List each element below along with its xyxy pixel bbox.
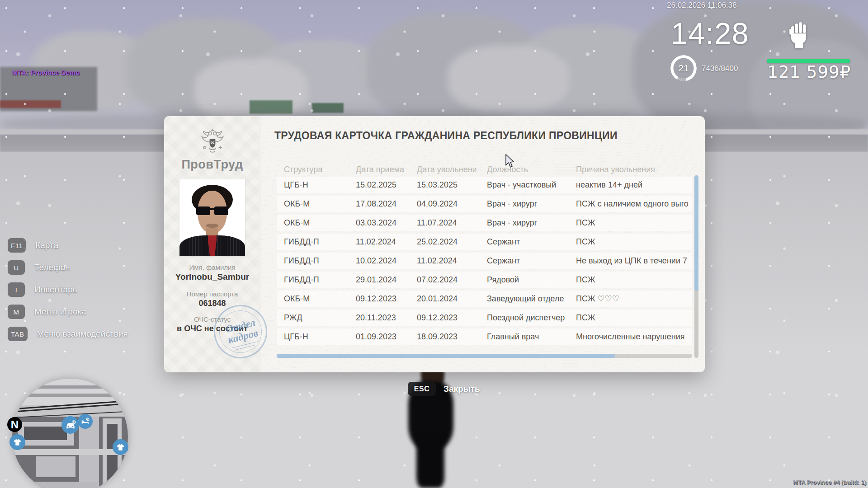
tree-blob (448, 45, 570, 113)
sunglasses (196, 206, 228, 216)
citizen-photo (179, 179, 245, 256)
stamp-line (236, 345, 256, 350)
background-structure (312, 103, 344, 113)
cell-fire-date: 15.03.2025 (417, 177, 487, 193)
keybind-row: M Меню игрока (8, 305, 128, 319)
cell-fire-date: 18.09.2023 (417, 328, 487, 345)
eagle-emblem-icon (199, 128, 226, 157)
esc-key-badge: ESC (408, 382, 436, 396)
player-legs (416, 435, 444, 488)
cell-hire-date: 09.12.2023 (356, 291, 417, 307)
map-road (12, 449, 128, 455)
cell-structure: ЦГБ-Н (284, 328, 356, 345)
name-label: Имя, фамилия (164, 263, 260, 271)
key-badge: U (8, 260, 25, 275)
cell-position: Сержант (487, 253, 576, 269)
table-row: ОКБ-М 03.03.2024 11.07.2024 Врач - хирур… (277, 215, 692, 231)
cell-hire-date: 01.09.2023 (356, 328, 417, 345)
cell-position: Заведующий отделе (487, 291, 576, 307)
cell-position: Врач - хирург (487, 215, 576, 231)
level-value: 21 (670, 55, 697, 81)
cell-hire-date: 20.11.2023 (356, 310, 417, 326)
passport-label: Номер паспорта (164, 290, 260, 298)
cell-fire-reason: ПСЖ ♡♡♡ (576, 291, 692, 307)
cell-hire-date: 17.08.2024 (356, 196, 417, 212)
citizen-card: ПровТруд Имя, фамилия Yorinobu_Sambur Но… (164, 116, 260, 372)
clothes-shop-icon (113, 439, 128, 455)
labor-card-panel: ПровТруд Имя, фамилия Yorinobu_Sambur Но… (164, 116, 705, 372)
cell-fire-date: 11.07.2024 (417, 215, 487, 231)
photo-mustache (206, 224, 218, 228)
background-train (0, 100, 61, 108)
table-header: Структура Дата приема Дата увольнени Дол… (277, 164, 692, 175)
table-row: ОКБ-М 09.12.2023 20.01.2024 Заведующий о… (277, 291, 692, 307)
hr-department-stamp: Отдел кадров (208, 299, 273, 364)
svg-text:₽: ₽ (72, 420, 74, 424)
sunglasses-bridge (209, 208, 215, 210)
table-row: ОКБ-М 17.08.2024 04.09.2024 Врач - хирур… (277, 196, 692, 212)
server-tag: MTA: Province Demo (12, 69, 80, 76)
game-clock: 14:28 (671, 18, 749, 48)
cell-fire-reason: Не выход из ЦПК в течении 7 (576, 253, 692, 269)
sunglasses-lens (196, 206, 210, 215)
cell-structure: ЦГБ-Н (284, 177, 356, 193)
keybind-label: Меню игрока (34, 307, 86, 317)
cell-position: Сержант (487, 234, 576, 250)
keybind-label: Меню взаимодействия (37, 329, 128, 339)
table-body: ЦГБ-Н 15.02.2025 15.03.2025 Врач - участ… (277, 177, 692, 347)
cell-fire-date: 25.02.2024 (417, 234, 487, 250)
cell-fire-reason: ПСЖ (576, 234, 692, 250)
cell-fire-reason: ПСЖ с наличием одного выго (576, 196, 692, 212)
document-title: ТРУДОВАЯ КАРТОЧКА ГРАЖДАНИНА РЕСПУБЛИКИ … (274, 130, 618, 142)
mouse-cursor (505, 154, 516, 170)
key-badge: M (8, 305, 25, 319)
map-block (36, 456, 75, 477)
cell-fire-reason: ПСЖ (576, 272, 692, 288)
cell-hire-date: 15.02.2025 (356, 177, 417, 193)
name-value: Yorinobu_Sambur (164, 272, 260, 282)
cell-fire-date: 04.09.2024 (417, 196, 487, 212)
keybind-label: Карта (35, 240, 58, 250)
cell-fire-reason: неактив 14+ дней (576, 177, 692, 193)
keybind-label: Инвентарь (34, 285, 77, 295)
keybind-label: Телефон (34, 263, 70, 272)
column-header: Структура (284, 164, 356, 175)
cell-fire-date: 07.02.2024 (417, 272, 487, 288)
cell-structure: ОКБ-М (284, 291, 356, 307)
minimap-north-badge: N (7, 417, 22, 432)
cell-hire-date: 10.02.2024 (356, 253, 417, 269)
table-row: ЦГБ-Н 15.02.2025 15.03.2025 Врач - участ… (277, 177, 692, 193)
column-header: Дата приема (356, 164, 417, 175)
map-block (24, 427, 67, 440)
horizontal-scrollbar-thumb[interactable] (277, 354, 615, 358)
table-horizontal-scrollbar[interactable] (277, 354, 692, 358)
rent-house-icon: ₽ (78, 414, 93, 429)
cell-hire-date: 29.01.2024 (356, 272, 417, 288)
game-screen: MTA: Province Demo 26.02.2026 11:06:38 1… (0, 0, 868, 488)
cell-structure: ГИБДД-П (284, 253, 356, 269)
table-row: ГИБДД-П 11.02.2024 25.02.2024 Сержант ПС… (277, 234, 692, 250)
vertical-scrollbar-thumb[interactable] (694, 175, 698, 291)
cell-position: Рядовой (487, 272, 576, 288)
org-name: ПровТруд (164, 158, 260, 172)
close-label: Закрыть (443, 384, 480, 394)
cell-fire-date: 20.01.2024 (417, 291, 487, 307)
car-market-icon: ₽ (61, 416, 79, 434)
keybind-list: F11 Карта U Телефон I Инвентарь M Меню и… (8, 238, 128, 349)
fist-icon (789, 21, 809, 50)
north-label: N (11, 418, 19, 431)
cell-position: Поездной диспетчер (487, 310, 576, 326)
key-badge: F11 (8, 238, 26, 253)
table-row: ГИБДД-П 10.02.2024 11.02.2024 Сержант Не… (277, 253, 692, 269)
cell-fire-date: 09.12.2023 (417, 310, 487, 326)
column-header: Должность (487, 164, 576, 175)
keybind-row: U Телефон (8, 260, 128, 275)
table-vertical-scrollbar[interactable] (694, 175, 698, 358)
close-hint[interactable]: ESC Закрыть (408, 382, 480, 396)
cell-position: Врач - участковый (487, 177, 576, 193)
cell-structure: РЖД (284, 310, 356, 326)
cell-position: Главный врач (487, 328, 576, 345)
server-version-label: MTA Province #4 (build: 1) (793, 479, 866, 486)
cell-fire-date: 11.02.2024 (417, 253, 487, 269)
cell-hire-date: 11.02.2024 (356, 234, 417, 250)
